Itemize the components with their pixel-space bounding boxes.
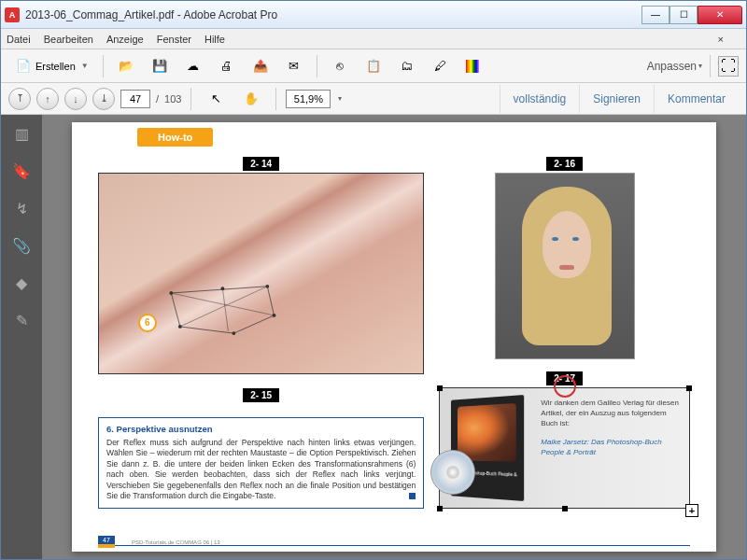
cd-icon — [430, 450, 475, 495]
open-button[interactable]: 📂 — [111, 53, 141, 79]
cloud-button[interactable]: ☁ — [178, 53, 208, 79]
figure-2-16-image — [495, 173, 635, 359]
cursor-icon: ↖ — [207, 91, 224, 107]
plus-handle-icon[interactable]: + — [685, 504, 698, 517]
last-page-button[interactable]: ⤓ — [92, 88, 115, 110]
tab-comment[interactable]: Kommentar — [654, 85, 739, 113]
export-icon: ⎋ — [331, 58, 348, 75]
fullscreen-button[interactable]: ⛶ — [718, 56, 739, 77]
share-icon: 📤 — [252, 58, 269, 75]
toolbar-main: 📄 Erstellen ▼ 📂 💾 ☁ 🖨 📤 ✉ ⎋ 📋 🗂 🖊 Anpass… — [1, 49, 746, 83]
hand-icon: ✋ — [243, 91, 260, 107]
toolbar-nav: ⤒ ↑ ↓ ⤓ / 103 ↖ ✋ ▾ vollständig Signiere… — [1, 83, 746, 115]
create-button[interactable]: 📄 Erstellen ▼ — [8, 53, 95, 79]
tab-full[interactable]: vollständig — [500, 85, 580, 113]
email-icon: ✉ — [286, 58, 303, 75]
window-buttons: — ☐ ✕ — [641, 6, 742, 24]
customize-button[interactable]: Anpassen ▾ — [647, 60, 702, 73]
next-page-button[interactable]: ↓ — [64, 88, 87, 110]
form-button[interactable]: 📋 — [359, 53, 388, 79]
sidebar: ▥ 🔖 ↯ 📎 ◆ ✎ — [1, 115, 42, 559]
svg-line-1 — [171, 293, 274, 315]
menubar: Datei Bearbeiten Anzeige Fenster Hilfe × — [1, 29, 746, 49]
close-button[interactable]: ✕ — [698, 6, 742, 24]
page-content: 2- 14 6 — [98, 154, 690, 509]
zoom-input[interactable] — [286, 90, 331, 108]
customize-label: Anpassen — [647, 60, 697, 73]
hand-tool[interactable]: ✋ — [236, 86, 266, 112]
svg-point-6 — [272, 314, 275, 317]
separator — [317, 55, 317, 77]
svg-line-2 — [179, 286, 266, 326]
signatures-icon[interactable]: ✎ — [8, 309, 35, 331]
minimize-button[interactable]: — — [641, 6, 669, 24]
combine-button[interactable]: 🗂 — [392, 53, 422, 79]
page-footer: 47 PSD-Tutorials.de COMMAG 06 | 13 — [98, 540, 690, 550]
column-left: 2- 14 6 — [98, 154, 424, 509]
book-ad-box[interactable]: Das Photoshop-Buch People & Porträt Wir … — [439, 387, 690, 509]
color-icon — [466, 60, 479, 73]
share-button[interactable]: 📤 — [246, 53, 275, 79]
menu-view[interactable]: Anzeige — [106, 34, 144, 45]
article-title: 6. Perspektive ausnutzen — [106, 424, 416, 436]
window-title: 2013-06_Commag_Artikel.pdf - Adobe Acrob… — [25, 8, 641, 21]
footer-text: PSD-Tutorials.de COMMAG 06 | 13 — [132, 539, 220, 545]
annotation-circle-icon — [554, 375, 576, 398]
column-right: 2- 16 2- 17 — [439, 154, 690, 509]
figure-label-2-14: 2- 14 — [243, 157, 279, 171]
color-button[interactable] — [459, 55, 486, 77]
book-thanks: Wir danken dem Galileo Verlag für diesen… — [541, 399, 679, 427]
edit-button[interactable]: 🖊 — [426, 53, 456, 79]
svg-point-8 — [178, 325, 182, 329]
maximize-button[interactable]: ☐ — [669, 6, 698, 24]
separator — [275, 88, 276, 110]
save-icon: 💾 — [151, 58, 168, 75]
page-input[interactable] — [120, 90, 150, 108]
menubar-close-icon[interactable]: × — [714, 34, 727, 45]
dropdown-icon[interactable]: ▾ — [338, 94, 342, 103]
titlebar: A 2013-06_Commag_Artikel.pdf - Adobe Acr… — [1, 1, 746, 29]
edit-icon: 🖊 — [432, 58, 449, 75]
save-button[interactable]: 💾 — [145, 53, 175, 79]
thumbnails-icon[interactable]: ▥ — [8, 122, 35, 145]
app-icon: A — [5, 7, 20, 22]
main-area: ▥ 🔖 ↯ 📎 ◆ ✎ How-to 2- 14 — [1, 115, 746, 559]
attachment-icon[interactable]: 📎 — [8, 234, 35, 257]
menu-help[interactable]: Hilfe — [204, 34, 225, 45]
dropdown-icon: ▼ — [81, 62, 89, 70]
prev-page-button[interactable]: ↑ — [36, 88, 59, 110]
document-viewport[interactable]: How-to 2- 14 — [42, 115, 746, 559]
svg-marker-0 — [171, 286, 274, 332]
separator — [190, 88, 191, 110]
form-icon: 📋 — [365, 58, 382, 75]
book-text: Wir danken dem Galileo Verlag für diesen… — [541, 398, 680, 498]
end-mark-icon — [409, 493, 416, 499]
combine-icon: 🗂 — [399, 58, 416, 75]
page-total: 103 — [164, 93, 181, 105]
book-reference: Maike Jarsetz: Das Photoshop-Buch People… — [541, 437, 680, 457]
flow-icon[interactable]: ↯ — [8, 197, 35, 219]
first-page-button[interactable]: ⤒ — [8, 88, 31, 110]
menu-file[interactable]: Datei — [7, 34, 31, 45]
dropdown-icon: ▾ — [698, 62, 702, 70]
menu-window[interactable]: Fenster — [157, 34, 191, 45]
transform-mesh-icon — [151, 282, 294, 338]
svg-point-5 — [265, 284, 269, 287]
print-button[interactable]: 🖨 — [212, 53, 242, 79]
bookmark-icon[interactable]: 🔖 — [8, 160, 35, 182]
menu-edit[interactable]: Bearbeiten — [44, 34, 93, 45]
tab-sign[interactable]: Signieren — [579, 85, 654, 113]
cloud-icon: ☁ — [185, 58, 202, 75]
page-sep: / — [156, 93, 159, 105]
figure-label-2-16: 2- 16 — [546, 157, 583, 171]
export-button[interactable]: ⎋ — [325, 53, 355, 79]
print-icon: 🖨 — [218, 58, 235, 75]
article-box: 6. Perspektive ausnutzen Der Reflex muss… — [98, 417, 424, 509]
email-button[interactable]: ✉ — [279, 53, 309, 79]
layers-icon[interactable]: ◆ — [8, 272, 35, 294]
howto-badge: How-to — [137, 128, 213, 147]
figure-label-2-15: 2- 15 — [243, 388, 279, 402]
app-window: A 2013-06_Commag_Artikel.pdf - Adobe Acr… — [0, 0, 747, 560]
select-tool[interactable]: ↖ — [201, 86, 231, 112]
create-label: Erstellen — [35, 61, 76, 72]
